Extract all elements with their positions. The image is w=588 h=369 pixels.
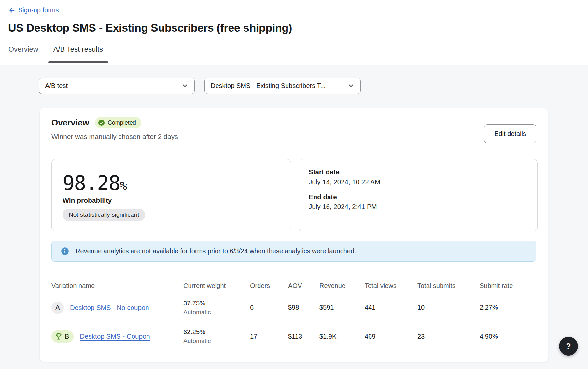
revenue-value: $591 [319, 304, 365, 311]
table-header-row: Variation nameCurrent weightOrdersAOVRev… [51, 277, 536, 294]
revenue-value: $1.9K [319, 333, 365, 340]
column-header: Orders [250, 282, 288, 289]
significance-badge: Not statistically significant [63, 209, 145, 221]
help-button[interactable]: ? [559, 337, 578, 356]
submit-rate-value: 2.27% [480, 304, 536, 311]
variant-letter-badge: A [51, 302, 64, 314]
form-select-value: Desktop SMS - Existing Subscribers T... [211, 82, 326, 90]
winner-badge: B [51, 330, 74, 343]
column-header: Submit rate [480, 282, 536, 289]
aov-value: $98 [288, 304, 319, 311]
back-link[interactable]: Sign-up forms [8, 7, 59, 14]
current-weight-mode: Automatic [183, 337, 250, 345]
check-circle-icon [98, 119, 105, 126]
current-weight-value: 62.25% [183, 328, 250, 336]
win-probability-value: 98.28 [63, 172, 120, 194]
overview-card: Overview Completed Winner was manually c… [40, 108, 548, 362]
variations-table: Variation nameCurrent weightOrdersAOVRev… [51, 277, 536, 352]
tab-overview[interactable]: Overview [8, 45, 38, 65]
tab-bar: Overview A/B Test results [8, 45, 103, 65]
status-badge-label: Completed [108, 119, 136, 126]
submit-rate-value: 4.90% [480, 333, 536, 340]
overview-heading: Overview [51, 118, 89, 128]
trophy-icon [55, 332, 63, 340]
table-body: A A Desktop SMS - No coupon 37.75% Autom… [51, 294, 536, 352]
current-weight-mode: Automatic [183, 309, 250, 316]
info-banner: Revenue analytics are not available for … [51, 241, 536, 262]
variation-link[interactable]: Desktop SMS - No coupon [70, 304, 149, 312]
chevron-down-icon [177, 82, 189, 89]
end-date-label: End date [309, 193, 527, 201]
win-probability-unit: % [120, 179, 127, 192]
page-header: Sign-up forms US Desktop SMS - Existing … [0, 0, 588, 65]
info-banner-text: Revenue analytics are not available for … [76, 247, 356, 255]
overview-subtitle: Winner was manually chosen after 2 days [51, 133, 178, 140]
total-submits-value: 23 [417, 333, 480, 340]
dates-card: Start date July 14, 2024, 10:22 AM End d… [299, 159, 538, 231]
orders-value: 17 [250, 333, 288, 340]
aov-value: $113 [288, 333, 319, 340]
table-row: A A Desktop SMS - No coupon 37.75% Autom… [51, 294, 536, 321]
arrow-left-icon [8, 7, 16, 14]
page-title: US Desktop SMS - Existing Subscribers (f… [8, 22, 292, 34]
start-date-label: Start date [309, 168, 527, 176]
column-header: AOV [288, 282, 319, 289]
total-submits-value: 10 [417, 304, 480, 311]
column-header: Total views [365, 282, 417, 289]
orders-value: 6 [250, 304, 288, 311]
column-header: Variation name [51, 282, 183, 289]
metric-select-value: A/B test [45, 82, 68, 90]
column-header: Total submits [417, 282, 480, 289]
tab-ab-test-results[interactable]: A/B Test results [53, 45, 103, 65]
info-icon [61, 247, 69, 256]
chevron-down-icon [343, 82, 355, 89]
back-link-label: Sign-up forms [18, 7, 59, 14]
total-views-value: 469 [365, 333, 417, 340]
win-probability-card: 98.28 % Win probability Not statisticall… [51, 159, 291, 231]
start-date-value: July 14, 2024, 10:22 AM [309, 178, 527, 186]
form-select[interactable]: Desktop SMS - Existing Subscribers T... [204, 78, 361, 94]
total-views-value: 441 [365, 304, 417, 311]
metric-select[interactable]: A/B test [39, 78, 195, 94]
column-header: Current weight [183, 282, 250, 289]
win-probability-label: Win probability [63, 197, 291, 204]
status-badge: Completed [95, 117, 141, 128]
active-tab-underline [48, 61, 108, 63]
content-area: A/B test Desktop SMS - Existing Subscrib… [0, 65, 588, 369]
current-weight-value: 37.75% [183, 300, 250, 307]
edit-details-button[interactable]: Edit details [484, 124, 536, 143]
table-row: B B Desktop SMS - Coupon 62.25% Automati… [51, 321, 536, 352]
column-header: Revenue [319, 282, 365, 289]
end-date-value: July 16, 2024, 2:41 PM [309, 203, 527, 211]
variation-link[interactable]: Desktop SMS - Coupon [80, 332, 150, 340]
